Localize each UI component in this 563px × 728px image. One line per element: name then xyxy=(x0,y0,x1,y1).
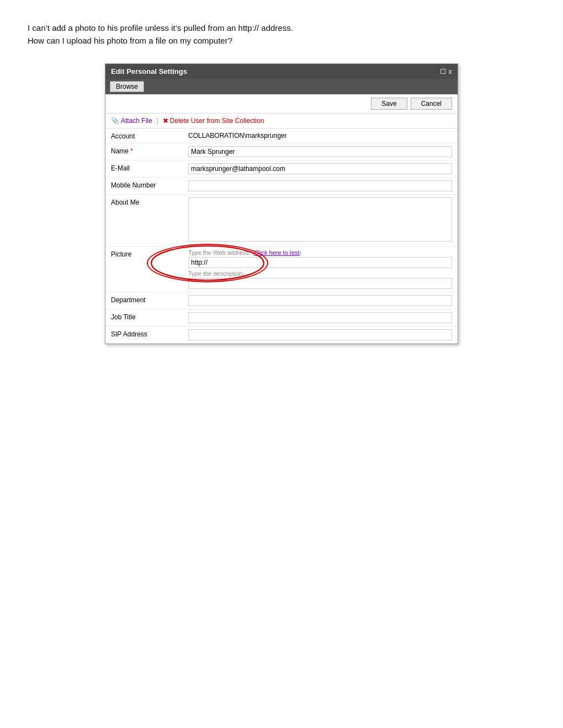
jobtitle-label: Job Title xyxy=(105,309,183,326)
jobtitle-input[interactable] xyxy=(188,312,452,323)
intro-line2: How can I upload his photo from a file o… xyxy=(28,36,232,45)
picture-row: Picture Type the Web address: (Click her… xyxy=(105,247,458,292)
form-table: Account COLLABORATION\marksprunger Name … xyxy=(105,129,458,344)
mobile-row: Mobile Number xyxy=(105,178,458,195)
email-input[interactable] xyxy=(188,163,452,174)
email-row: E-Mail xyxy=(105,160,458,178)
account-row: Account COLLABORATION\marksprunger xyxy=(105,129,458,143)
picture-desc-input[interactable] xyxy=(188,278,452,289)
sip-input[interactable] xyxy=(188,329,452,340)
save-button[interactable]: Save xyxy=(371,98,407,110)
picture-url-input[interactable] xyxy=(188,257,452,268)
dialog-wrapper: Edit Personal Settings ☐ x Browse Save C… xyxy=(105,63,458,344)
delete-user-link[interactable]: ✖ Delete User from Site Collection xyxy=(163,117,264,125)
picture-cell: Type the Web address: (Click here to tes… xyxy=(188,249,452,289)
intro-paragraph: I can’t add a photo to his profile unles… xyxy=(28,22,535,47)
paperclip-icon: 📎 xyxy=(111,117,119,125)
toolbar-links-bar: 📎 Attach File | ✖ Delete User from Site … xyxy=(105,114,458,129)
close-button[interactable]: x xyxy=(448,68,452,76)
picture-label: Picture xyxy=(105,247,183,292)
sip-row: SIP Address xyxy=(105,326,458,344)
intro-line1: I can’t add a photo to his profile unles… xyxy=(28,23,293,33)
about-label: About Me xyxy=(105,195,183,247)
name-row: Name * xyxy=(105,143,458,160)
name-label: Name * xyxy=(105,143,183,160)
name-input[interactable] xyxy=(188,146,452,157)
attach-file-link[interactable]: 📎 Attach File xyxy=(111,117,152,125)
account-label: Account xyxy=(105,129,183,143)
email-label: E-Mail xyxy=(105,160,183,178)
picture-desc-label: Type the description: xyxy=(188,270,452,277)
mobile-label: Mobile Number xyxy=(105,178,183,195)
form-body: Account COLLABORATION\marksprunger Name … xyxy=(105,129,458,344)
dialog-titlebar: Edit Personal Settings ☐ x xyxy=(105,64,458,79)
jobtitle-row: Job Title xyxy=(105,309,458,326)
minimize-button[interactable]: ☐ xyxy=(440,68,446,76)
edit-personal-settings-dialog: Edit Personal Settings ☐ x Browse Save C… xyxy=(105,63,458,344)
department-row: Department xyxy=(105,292,458,309)
titlebar-controls: ☐ x xyxy=(440,68,452,76)
dialog-title: Edit Personal Settings xyxy=(111,67,187,76)
department-label: Department xyxy=(105,292,183,309)
link-separator: | xyxy=(157,117,158,125)
browse-button[interactable]: Browse xyxy=(110,81,144,92)
about-textarea[interactable] xyxy=(188,197,452,242)
cancel-button[interactable]: Cancel xyxy=(411,98,452,110)
account-value: COLLABORATION\marksprunger xyxy=(188,129,287,140)
department-input[interactable] xyxy=(188,295,452,306)
x-icon: ✖ xyxy=(163,117,168,125)
mobile-input[interactable] xyxy=(188,180,452,191)
name-required: * xyxy=(130,147,133,155)
about-row: About Me xyxy=(105,195,458,247)
sip-label: SIP Address xyxy=(105,326,183,344)
dialog-actions: Save Cancel xyxy=(105,94,458,114)
dialog-toolbar: Browse xyxy=(105,79,458,94)
picture-url-label: Type the Web address: (Click here to tes… xyxy=(188,249,452,256)
